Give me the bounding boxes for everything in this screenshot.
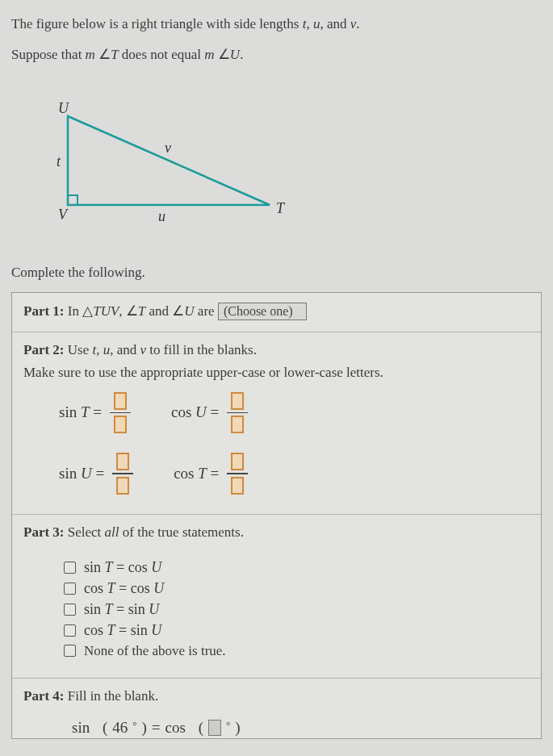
- checkbox-1[interactable]: [64, 562, 76, 574]
- option-none: None of the above is true.: [64, 643, 530, 659]
- answer-panel: Part 1: In △TUV, ∠T and ∠U are (Choose o…: [11, 292, 542, 739]
- side-v: v: [165, 140, 171, 156]
- cosU-denominator-input[interactable]: [231, 416, 244, 433]
- triangle-figure: U V T t u v: [11, 76, 542, 245]
- side-t: t: [57, 153, 61, 169]
- sinT-denominator-input[interactable]: [114, 416, 127, 433]
- cos-angle-input[interactable]: [208, 720, 221, 736]
- part-2: Part 2: Use t, u, and v to fill in the b…: [12, 332, 541, 514]
- option-4: cos T = sin U: [64, 622, 530, 639]
- equation-cosU: cos U =: [171, 392, 248, 434]
- sinU-denominator-input[interactable]: [116, 477, 129, 495]
- part-1: Part 1: In △TUV, ∠T and ∠U are (Choose o…: [12, 293, 541, 332]
- equation-sinU: sin U =: [59, 453, 133, 495]
- part4-label: Part 4:: [23, 688, 65, 704]
- checkbox-2[interactable]: [64, 583, 76, 595]
- equation-cosT: cos T =: [174, 453, 248, 495]
- checkbox-4[interactable]: [64, 624, 76, 637]
- part-4: Part 4: Fill in the blank. sin (46°) = c…: [12, 678, 541, 738]
- svg-marker-0: [68, 116, 270, 205]
- part2-label: Part 2:: [23, 342, 65, 357]
- vertex-V: V: [58, 207, 69, 223]
- part2-hint: Make sure to use the appropriate upper-c…: [23, 365, 530, 381]
- cosT-numerator-input[interactable]: [231, 453, 244, 470]
- part4-equation: sin (46°) = cos (°): [23, 711, 530, 737]
- intro-text: The figure below is a right triangle wit…: [11, 15, 542, 65]
- angle-icon: ∠: [218, 47, 230, 62]
- svg-rect-1: [68, 195, 78, 205]
- triangle-icon: △: [82, 303, 93, 319]
- relationship-dropdown[interactable]: (Choose one): [218, 303, 307, 320]
- part1-label: Part 1:: [23, 303, 65, 319]
- vertex-U: U: [58, 100, 69, 116]
- angle-icon: ∠: [172, 303, 184, 319]
- sinU-numerator-input[interactable]: [116, 453, 129, 470]
- equation-sinT: sin T =: [59, 392, 131, 434]
- checkbox-3[interactable]: [64, 604, 76, 616]
- intro-line1: The figure below is a right triangle wit…: [11, 16, 303, 31]
- part3-label: Part 3:: [23, 524, 65, 540]
- complete-heading: Complete the following.: [11, 265, 542, 281]
- checkbox-none[interactable]: [64, 645, 76, 657]
- angle-icon: ∠: [98, 47, 111, 62]
- vertex-T: T: [276, 200, 286, 216]
- option-1: sin T = cos U: [64, 559, 530, 576]
- option-3: sin T = sin U: [64, 601, 530, 618]
- side-u: u: [158, 208, 165, 224]
- cosT-denominator-input[interactable]: [231, 477, 244, 495]
- option-2: cos T = cos U: [64, 580, 530, 597]
- cosU-numerator-input[interactable]: [231, 392, 244, 410]
- part-3: Part 3: Select all of the true statement…: [12, 514, 541, 678]
- angle-icon: ∠: [126, 303, 138, 319]
- sinT-numerator-input[interactable]: [114, 392, 127, 410]
